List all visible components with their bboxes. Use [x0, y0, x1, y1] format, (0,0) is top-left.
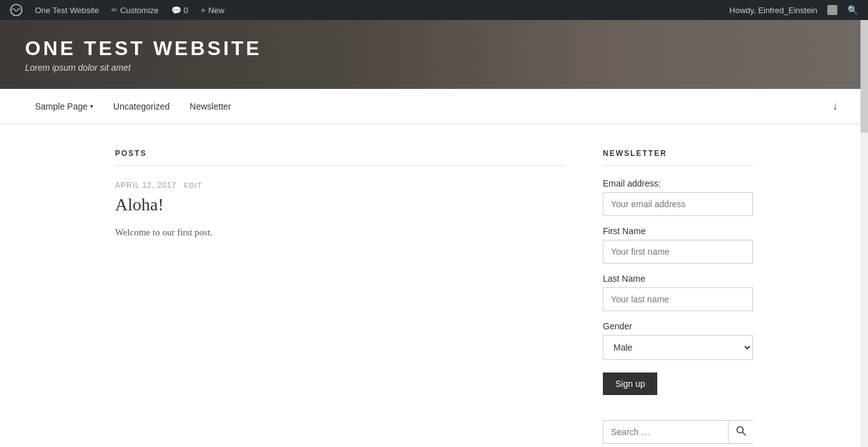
last-name-input[interactable] [603, 287, 753, 311]
admin-bar-right: Howdy, Einfred_Einstein 🔍 [724, 5, 863, 15]
email-group: Email address: [603, 178, 753, 216]
main-nav: Sample Page ▾ Uncategorized Newsletter ↓ [0, 89, 868, 124]
header-content: ONE TEST WEBSITE Lorem ipsum dolor sit a… [25, 37, 262, 73]
nav-download-icon[interactable]: ↓ [827, 95, 843, 118]
email-input[interactable] [603, 192, 753, 216]
admin-bar-comments[interactable]: 💬 0 [166, 0, 193, 20]
post-title[interactable]: Aloha! [115, 195, 565, 215]
wp-logo-icon [10, 4, 23, 16]
admin-bar-customize[interactable]: ✏ Customize [106, 0, 163, 20]
sample-page-chevron: ▾ [90, 103, 93, 110]
admin-search-icon[interactable]: 🔍 [842, 5, 863, 15]
admin-bar-howdy: Howdy, Einfred_Einstein [724, 6, 822, 15]
newsletter-widget-title: NEWSLETTER [603, 149, 753, 166]
search-input[interactable] [603, 421, 728, 443]
nav-item-uncategorized[interactable]: Uncategorized [103, 90, 179, 123]
signup-button[interactable]: Sign up [603, 372, 657, 395]
search-icon [736, 426, 746, 436]
admin-bar: One Test Website ✏ Customize 💬 0 + New H… [0, 0, 868, 20]
wp-logo-link[interactable] [5, 0, 28, 20]
post-meta: APRIL 12, 2017 EDIT [115, 181, 565, 190]
search-form [603, 420, 753, 444]
first-name-group: First Name [603, 226, 753, 264]
first-name-label: First Name [603, 226, 753, 236]
last-name-label: Last Name [603, 274, 753, 284]
site-title: ONE TEST WEBSITE [25, 37, 262, 60]
site-header: ONE TEST WEBSITE Lorem ipsum dolor sit a… [0, 20, 868, 89]
post-edit-link[interactable]: EDIT [184, 182, 202, 189]
gender-label: Gender [603, 321, 753, 331]
nav-items: Sample Page ▾ Uncategorized Newsletter [25, 90, 827, 123]
search-widget [603, 420, 753, 444]
admin-avatar [827, 5, 837, 15]
admin-bar-site-name[interactable]: One Test Website [30, 0, 104, 20]
last-name-group: Last Name [603, 274, 753, 311]
post-date: APRIL 12, 2017 [115, 181, 176, 190]
gender-select[interactable]: Male Female Other [603, 335, 753, 360]
site-tagline: Lorem ipsum dolor sit amet [25, 63, 262, 73]
svg-line-2 [743, 433, 746, 436]
posts-section-label: POSTS [115, 149, 565, 166]
admin-bar-left: One Test Website ✏ Customize 💬 0 + New [5, 0, 724, 20]
sidebar: NEWSLETTER Email address: First Name Las… [603, 149, 753, 447]
posts-section: POSTS APRIL 12, 2017 EDIT Aloha! Welcome… [115, 149, 565, 447]
nav-item-newsletter[interactable]: Newsletter [179, 90, 241, 123]
scrollbar-thumb[interactable] [860, 20, 868, 133]
scrollbar-track [860, 20, 868, 447]
first-name-input[interactable] [603, 240, 753, 264]
admin-bar-new[interactable]: + New [196, 0, 230, 20]
post-item: APRIL 12, 2017 EDIT Aloha! Welcome to ou… [115, 181, 565, 240]
search-button[interactable] [728, 421, 754, 443]
post-excerpt: Welcome to our first post. [115, 225, 565, 240]
newsletter-widget: NEWSLETTER Email address: First Name Las… [603, 149, 753, 395]
main-content: POSTS APRIL 12, 2017 EDIT Aloha! Welcome… [90, 124, 778, 447]
email-label: Email address: [603, 178, 753, 188]
gender-group: Gender Male Female Other [603, 321, 753, 360]
nav-item-sample-page[interactable]: Sample Page ▾ [25, 90, 103, 123]
